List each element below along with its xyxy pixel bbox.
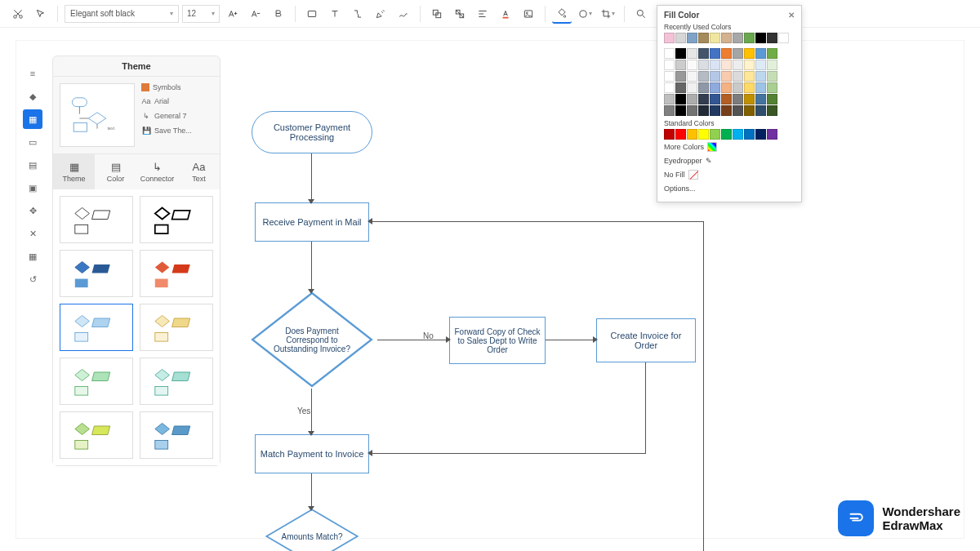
color-swatch[interactable] xyxy=(710,94,720,104)
fill-color-button[interactable] xyxy=(552,4,572,24)
pen-tool-icon[interactable] xyxy=(371,4,390,24)
color-swatch[interactable] xyxy=(687,82,697,93)
process-forward-copy[interactable]: Forward Copy of Check to Sales Dept to W… xyxy=(449,317,546,364)
theme-option-3[interactable] xyxy=(60,250,133,297)
color-swatch[interactable] xyxy=(733,60,743,70)
color-swatch[interactable] xyxy=(744,94,755,104)
color-swatch[interactable] xyxy=(687,105,697,116)
color-swatch[interactable] xyxy=(675,129,686,140)
theme-option-4[interactable] xyxy=(140,250,213,297)
color-swatch[interactable] xyxy=(687,94,697,104)
color-swatch[interactable] xyxy=(664,60,675,70)
cut-icon[interactable] xyxy=(8,4,28,24)
strip-layers-icon[interactable]: ▤ xyxy=(23,155,42,175)
color-swatch[interactable] xyxy=(675,82,686,93)
color-swatch[interactable] xyxy=(721,33,732,43)
group-icon[interactable] xyxy=(427,4,447,24)
attr-font[interactable]: AaArial xyxy=(141,96,213,106)
color-swatch[interactable] xyxy=(755,60,766,70)
color-swatch[interactable] xyxy=(767,60,777,70)
color-swatch[interactable] xyxy=(744,48,755,59)
color-swatch[interactable] xyxy=(733,129,743,140)
color-swatch[interactable] xyxy=(675,71,686,82)
color-swatch[interactable] xyxy=(767,105,777,116)
strip-paint-bucket-icon[interactable]: ◆ xyxy=(23,87,42,106)
color-swatch[interactable] xyxy=(687,48,697,59)
color-swatch[interactable] xyxy=(698,105,709,116)
text-tool-icon[interactable] xyxy=(325,4,345,24)
color-swatch[interactable] xyxy=(698,60,709,70)
bold-icon[interactable] xyxy=(269,4,288,24)
color-swatch[interactable] xyxy=(733,82,743,93)
color-swatch[interactable] xyxy=(733,71,743,82)
theme-option-10[interactable] xyxy=(140,411,213,459)
tab-theme[interactable]: ▦Theme xyxy=(53,154,95,189)
color-swatch[interactable] xyxy=(721,48,732,59)
theme-option-7[interactable] xyxy=(60,358,133,405)
strip-locate-icon[interactable]: ✥ xyxy=(23,201,42,220)
cursor-icon[interactable] xyxy=(31,4,51,24)
color-swatch[interactable] xyxy=(767,82,777,93)
color-swatch[interactable] xyxy=(721,71,732,82)
tab-connector[interactable]: ↳Connector xyxy=(136,154,178,189)
rectangle-shape-icon[interactable] xyxy=(302,4,322,24)
color-swatch[interactable] xyxy=(664,33,675,43)
color-swatch[interactable] xyxy=(721,60,732,70)
decision-corresponds-invoice[interactable]: Does Payment Correspond to Outstanding I… xyxy=(247,291,377,389)
color-swatch[interactable] xyxy=(664,94,675,104)
color-swatch[interactable] xyxy=(755,33,766,43)
tab-color[interactable]: ▤Color xyxy=(95,154,136,189)
color-swatch[interactable] xyxy=(755,129,766,140)
increase-font-icon[interactable] xyxy=(223,4,243,24)
color-swatch[interactable] xyxy=(744,82,755,93)
strip-history-icon[interactable]: ↺ xyxy=(23,269,42,289)
color-swatch[interactable] xyxy=(733,94,743,104)
color-swatch[interactable] xyxy=(710,129,720,140)
color-swatch[interactable] xyxy=(710,105,720,116)
zoom-icon[interactable] xyxy=(631,4,651,24)
process-match-payment[interactable]: Match Payment to Invoice xyxy=(255,434,369,473)
color-swatch[interactable] xyxy=(755,82,766,93)
color-swatch[interactable] xyxy=(687,129,697,140)
options-button[interactable]: Options... xyxy=(664,182,795,195)
color-swatch[interactable] xyxy=(698,33,709,43)
current-theme-preview[interactable]: text xyxy=(60,83,135,147)
color-swatch[interactable] xyxy=(744,129,755,140)
color-swatch[interactable] xyxy=(664,82,675,93)
no-fill-button[interactable]: No Fill xyxy=(664,167,795,182)
font-size-dropdown[interactable]: 12▾ xyxy=(182,5,220,23)
close-icon[interactable]: ✕ xyxy=(788,11,795,20)
strip-page-icon[interactable]: ▭ xyxy=(23,132,42,152)
color-swatch[interactable] xyxy=(710,71,720,82)
color-swatch[interactable] xyxy=(733,33,743,43)
color-swatch[interactable] xyxy=(710,82,720,93)
color-swatch[interactable] xyxy=(721,129,732,140)
color-swatch[interactable] xyxy=(733,48,743,59)
color-swatch[interactable] xyxy=(687,60,697,70)
color-swatch[interactable] xyxy=(675,33,686,43)
color-swatch[interactable] xyxy=(698,71,709,82)
font-family-dropdown[interactable]: Elegant soft black▾ xyxy=(65,5,179,23)
tab-text[interactable]: AaText xyxy=(178,154,220,189)
color-swatch[interactable] xyxy=(721,82,732,93)
color-swatch[interactable] xyxy=(755,105,766,116)
attr-symbols[interactable]: Symbols xyxy=(141,83,213,91)
theme-option-6[interactable] xyxy=(140,304,213,351)
color-swatch[interactable] xyxy=(664,129,675,140)
decrease-font-icon[interactable] xyxy=(246,4,265,24)
color-swatch[interactable] xyxy=(733,105,743,116)
process-receive-payment[interactable]: Receive Payment in Mail xyxy=(255,202,369,242)
color-swatch[interactable] xyxy=(687,33,697,43)
image-icon[interactable] xyxy=(519,4,538,24)
crop-icon[interactable]: ▾ xyxy=(598,4,617,24)
theme-option-2[interactable] xyxy=(140,196,213,243)
ungroup-icon[interactable] xyxy=(450,4,470,24)
color-swatch[interactable] xyxy=(778,33,789,43)
strip-grid-icon[interactable]: ▦ xyxy=(23,247,42,266)
font-color-icon[interactable] xyxy=(496,4,515,24)
color-swatch[interactable] xyxy=(721,94,732,104)
color-swatch[interactable] xyxy=(721,105,732,116)
color-swatch[interactable] xyxy=(755,48,766,59)
color-swatch[interactable] xyxy=(744,60,755,70)
color-swatch[interactable] xyxy=(698,129,709,140)
